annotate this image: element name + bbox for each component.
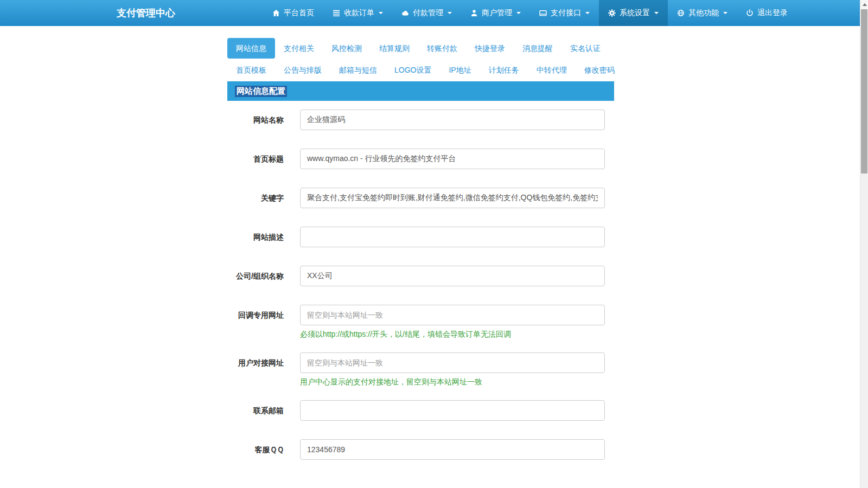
- nav-item-system-settings[interactable]: 系统设置: [599, 0, 668, 26]
- tab-risk-control[interactable]: 风控检测: [323, 38, 371, 59]
- field-wrap-contact-email: [300, 400, 605, 421]
- contact-email-field[interactable]: [300, 400, 605, 421]
- form-row-home-title: 首页标题: [227, 149, 605, 169]
- field-label-home-title: 首页标题: [227, 149, 284, 169]
- tab-transfer-payment[interactable]: 转账付款: [418, 38, 466, 59]
- field-wrap-user-api-url: 用户中心显示的支付对接地址，留空则与本站网址一致: [300, 352, 605, 387]
- site-info-panel: 网站信息配置 网站名称首页标题关键字网站描述公司/组织名称回调专用网址必须以ht…: [227, 81, 614, 488]
- user-icon: [470, 9, 478, 17]
- tab-relay-proxy[interactable]: 中转代理: [528, 61, 576, 79]
- tab-ip-address[interactable]: IP地址: [440, 61, 480, 79]
- nav-item-payment-mgmt[interactable]: 付款管理: [392, 0, 461, 26]
- app-title: 支付管理中心: [117, 0, 175, 26]
- power-icon: [746, 9, 754, 17]
- nav-item-label: 商户管理: [482, 8, 512, 18]
- field-hint-callback-url: 必须以http://或https://开头，以/结尾，填错会导致订单无法回调: [300, 330, 605, 339]
- form-row-company-name: 公司/组织名称: [227, 266, 605, 286]
- scrollbar-thumb[interactable]: [861, 9, 867, 174]
- panel-header: 网站信息配置: [227, 81, 614, 101]
- field-wrap-site-description: [300, 227, 605, 247]
- chevron-down-icon: [448, 12, 452, 14]
- tab-change-password[interactable]: 修改密码: [576, 61, 623, 79]
- tab-message-notify[interactable]: 消息提醒: [514, 38, 561, 59]
- site-info-form: 网站名称首页标题关键字网站描述公司/组织名称回调专用网址必须以http://或h…: [227, 101, 614, 488]
- form-row-contact-email: 联系邮箱: [227, 400, 605, 421]
- nav-item-collect-orders[interactable]: 收款订单: [323, 0, 392, 26]
- nav-item-label: 支付接口: [551, 8, 581, 18]
- field-wrap-company-name: [300, 266, 605, 286]
- company-name-field[interactable]: [300, 266, 605, 286]
- tab-logo-settings[interactable]: LOGO设置: [386, 61, 440, 79]
- site-name-field[interactable]: [300, 110, 605, 130]
- form-row-user-api-url: 用户对接网址用户中心显示的支付对接地址，留空则与本站网址一致: [227, 352, 605, 387]
- keywords-field[interactable]: [300, 188, 605, 208]
- nav-item-payment-api[interactable]: 支付接口: [530, 0, 599, 26]
- settings-tabs-row-2: 首页模板公告与排版邮箱与短信LOGO设置IP地址计划任务中转代理修改密码: [227, 61, 614, 79]
- card-icon: [539, 9, 547, 17]
- field-wrap-keywords: [300, 188, 605, 208]
- main-content: 网站信息支付相关风控检测结算规则转账付款快捷登录消息提醒实名认证 首页模板公告与…: [227, 38, 614, 488]
- nav-item-label: 收款订单: [344, 8, 374, 18]
- list-icon: [333, 9, 340, 17]
- scrollbar-up-button[interactable]: [860, 0, 868, 9]
- nav-item-logout[interactable]: 退出登录: [737, 0, 797, 26]
- navbar-menu: 平台首页收款订单付款管理商户管理支付接口系统设置其他功能退出登录: [263, 0, 797, 26]
- settings-tabs-row-1: 网站信息支付相关风控检测结算规则转账付款快捷登录消息提醒实名认证: [227, 38, 614, 59]
- field-label-user-api-url: 用户对接网址: [227, 352, 284, 387]
- gear-icon: [608, 9, 616, 17]
- nav-item-platform-home[interactable]: 平台首页: [263, 0, 323, 26]
- nav-item-label: 系统设置: [620, 8, 650, 18]
- field-label-callback-url: 回调专用网址: [227, 305, 284, 339]
- form-row-site-name: 网站名称: [227, 110, 605, 130]
- field-label-site-name: 网站名称: [227, 110, 284, 130]
- chevron-down-icon: [585, 12, 590, 14]
- tab-email-sms[interactable]: 邮箱与短信: [330, 61, 386, 79]
- nav-item-label: 平台首页: [284, 8, 314, 18]
- chevron-down-icon: [379, 12, 383, 14]
- nav-item-other-functions[interactable]: 其他功能: [668, 0, 737, 26]
- tab-realname-auth[interactable]: 实名认证: [561, 38, 609, 59]
- field-wrap-site-name: [300, 110, 605, 130]
- field-label-contact-email: 联系邮箱: [227, 400, 284, 421]
- field-label-site-description: 网站描述: [227, 227, 284, 247]
- chevron-down-icon: [723, 12, 727, 14]
- field-label-company-name: 公司/组织名称: [227, 266, 284, 286]
- tab-cron-tasks[interactable]: 计划任务: [480, 61, 528, 79]
- user-api-url-field[interactable]: [300, 352, 605, 373]
- field-label-service-qq: 客服ＱＱ: [227, 439, 284, 460]
- field-wrap-callback-url: 必须以http://或https://开头，以/结尾，填错会导致订单无法回调: [300, 305, 605, 339]
- field-hint-user-api-url: 用户中心显示的支付对接地址，留空则与本站网址一致: [300, 377, 605, 387]
- nav-item-label: 其他功能: [688, 8, 719, 18]
- scrollbar-track[interactable]: [860, 0, 868, 488]
- cloud-icon: [401, 9, 409, 17]
- panel-title: 网站信息配置: [235, 86, 287, 97]
- field-wrap-home-title: [300, 149, 605, 169]
- chevron-down-icon: [654, 12, 659, 14]
- nav-item-label: 付款管理: [413, 8, 443, 18]
- callback-url-field[interactable]: [300, 305, 605, 325]
- form-row-callback-url: 回调专用网址必须以http://或https://开头，以/结尾，填错会导致订单…: [227, 305, 605, 339]
- chevron-down-icon: [516, 12, 521, 14]
- home-icon: [272, 9, 280, 17]
- home-title-field[interactable]: [300, 149, 605, 169]
- tab-notice-layout[interactable]: 公告与排版: [275, 61, 330, 79]
- tab-home-template[interactable]: 首页模板: [227, 61, 275, 79]
- nav-item-merchant-mgmt[interactable]: 商户管理: [461, 0, 530, 26]
- form-row-site-description: 网站描述: [227, 227, 605, 247]
- globe-icon: [677, 9, 685, 17]
- form-row-keywords: 关键字: [227, 188, 605, 208]
- service-qq-field[interactable]: [300, 439, 605, 460]
- site-description-field[interactable]: [300, 227, 605, 247]
- tab-quick-login[interactable]: 快捷登录: [466, 38, 514, 59]
- tab-site-info[interactable]: 网站信息: [227, 38, 275, 59]
- field-label-keywords: 关键字: [227, 188, 284, 208]
- top-navbar: 支付管理中心 平台首页收款订单付款管理商户管理支付接口系统设置其他功能退出登录: [0, 0, 860, 26]
- scrollbar-up-arrow-icon: [863, 3, 867, 6]
- field-wrap-service-qq: [300, 439, 605, 460]
- tab-payment-related[interactable]: 支付相关: [275, 38, 323, 59]
- form-row-service-qq: 客服ＱＱ: [227, 439, 605, 460]
- nav-item-label: 退出登录: [757, 8, 788, 18]
- tab-settlement-rules[interactable]: 结算规则: [371, 38, 418, 59]
